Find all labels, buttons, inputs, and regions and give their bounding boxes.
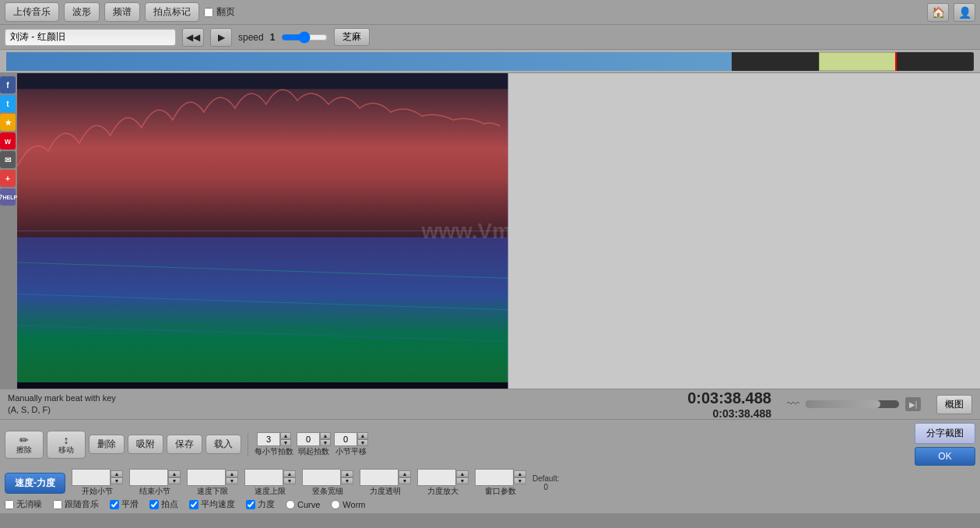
twitter-button[interactable]: t: [0, 95, 16, 112]
erase-tool-button[interactable]: ✏ 擦除: [5, 431, 44, 459]
curve-label: Curve: [297, 500, 320, 509]
svg-rect-2: [17, 238, 508, 382]
speed-min-down[interactable]: ▼: [226, 477, 238, 484]
worm-radio[interactable]: [331, 500, 340, 509]
beat-point-label: 拍点: [161, 498, 178, 510]
social-sidebar: f t ★ w ✉ + ?HELP: [0, 73, 17, 389]
force-checkbox[interactable]: [246, 500, 255, 509]
waveform-overview-inner[interactable]: [6, 52, 974, 71]
split-screenshot-button[interactable]: 分字截图: [915, 423, 975, 444]
adsorb-button[interactable]: 吸附: [128, 435, 163, 454]
speed-min-up[interactable]: ▲: [226, 470, 238, 477]
beat-per-bar-input[interactable]: [257, 432, 280, 446]
speed-max-up[interactable]: ▲: [283, 470, 296, 477]
window-down[interactable]: ▼: [514, 477, 526, 484]
opacity-down[interactable]: ▼: [399, 477, 411, 484]
opacity-arrows: ▲ ▼: [399, 470, 411, 484]
svg-rect-1: [17, 89, 508, 237]
bar-width-up[interactable]: ▲: [341, 470, 353, 477]
bar-offset-input[interactable]: [334, 432, 357, 446]
add-button[interactable]: +: [0, 170, 16, 187]
beat-per-bar-up[interactable]: ▲: [280, 432, 291, 439]
progress-bar[interactable]: [806, 400, 899, 408]
default-info: Default: 0: [532, 474, 559, 491]
home-icon-button[interactable]: 🏠: [927, 3, 949, 22]
start-bar-group: ▲ ▼ 开始小节: [72, 469, 123, 497]
weibo-button[interactable]: w: [0, 132, 16, 150]
user-icon-button[interactable]: 👤: [954, 3, 975, 22]
opacity-input[interactable]: [360, 469, 399, 486]
end-bar-down[interactable]: ▼: [168, 477, 181, 484]
start-bar-input[interactable]: [72, 469, 111, 486]
end-bar-input[interactable]: [129, 469, 168, 486]
start-beat-up[interactable]: ▲: [320, 432, 331, 439]
beat-per-bar-spinners: ▲ ▼: [280, 432, 291, 446]
bar-width-group: ▲ ▼ 竖条宽细: [302, 469, 353, 497]
help-button[interactable]: ?HELP: [0, 188, 16, 206]
preview-button[interactable]: 概图: [936, 395, 972, 414]
window-input[interactable]: [475, 469, 514, 486]
time-primary: 0:03:38.488: [687, 389, 771, 407]
opacity-up[interactable]: ▲: [399, 470, 411, 477]
speed-slider[interactable]: [281, 31, 328, 44]
speed-value: 1: [270, 32, 276, 43]
smooth-checkbox[interactable]: [110, 500, 119, 509]
zoom-up[interactable]: ▲: [456, 470, 469, 477]
start-beat-down[interactable]: ▼: [320, 439, 331, 446]
speed-force-button[interactable]: 速度-力度: [5, 473, 65, 494]
upload-music-button[interactable]: 上传音乐: [5, 2, 59, 22]
end-bar-up[interactable]: ▲: [168, 470, 181, 477]
bar-offset-down[interactable]: ▼: [357, 439, 368, 446]
start-beat-input[interactable]: [297, 432, 320, 446]
bar-width-input[interactable]: [302, 469, 341, 486]
bar-offset-label: 小节平移: [335, 446, 367, 457]
worm-item: Worm: [331, 500, 365, 509]
end-button[interactable]: ▶|: [905, 397, 921, 411]
facebook-button[interactable]: f: [0, 76, 16, 93]
ok-button[interactable]: OK: [915, 447, 975, 466]
start-bar-up[interactable]: ▲: [111, 470, 123, 477]
spectrum-button[interactable]: 频谱: [104, 2, 140, 22]
beat-per-bar-down[interactable]: ▼: [280, 439, 291, 446]
speed-max-down[interactable]: ▼: [283, 477, 296, 484]
save-button[interactable]: 保存: [167, 435, 202, 454]
mail-button[interactable]: ✉: [0, 151, 16, 168]
bar-width-down[interactable]: ▼: [341, 477, 353, 484]
no-silence-checkbox[interactable]: [5, 500, 14, 509]
default-value: 0: [532, 483, 559, 491]
bar-offset-spinners: ▲ ▼: [357, 432, 368, 446]
move-tool-button[interactable]: ↕ 移动: [47, 431, 86, 459]
fanye-checkbox[interactable]: [204, 8, 213, 17]
bottom-toolbar: ✏ 擦除 ↕ 移动 删除 吸附 保存 载入 ▲ ▼ 每小节拍数: [0, 420, 980, 513]
zoom-input[interactable]: [417, 469, 456, 486]
confirm-button[interactable]: 芝麻: [334, 28, 370, 46]
waveform-button[interactable]: 波形: [64, 2, 100, 22]
prev-button[interactable]: ◀◀: [182, 28, 204, 47]
speed-min-arrows: ▲ ▼: [226, 470, 238, 484]
star-button[interactable]: ★: [0, 114, 16, 131]
avg-speed-checkbox[interactable]: [189, 500, 198, 509]
speed-min-input[interactable]: [187, 469, 226, 486]
beat-point-checkbox[interactable]: [149, 500, 159, 509]
play-button[interactable]: ▶: [210, 28, 232, 47]
time-display: 0:03:38.488 0:03:38.488: [687, 389, 771, 421]
spectrogram-container[interactable]: www.Vmus.net: [17, 73, 980, 389]
window-up[interactable]: ▲: [514, 470, 526, 477]
beat-mark-button[interactable]: 拍点标记: [145, 2, 199, 22]
window-arrows: ▲ ▼: [514, 470, 526, 484]
follow-music-item: 跟随音乐: [53, 498, 99, 510]
zoom-down[interactable]: ▼: [456, 477, 469, 484]
avg-speed-item: 平均速度: [189, 498, 235, 510]
follow-music-label: 跟随音乐: [65, 498, 99, 510]
follow-music-checkbox[interactable]: [53, 500, 62, 509]
end-bar-arrows: ▲ ▼: [168, 470, 181, 484]
start-bar-down[interactable]: ▼: [111, 477, 123, 484]
load-button[interactable]: 载入: [205, 435, 241, 454]
delete-button[interactable]: 删除: [89, 435, 125, 454]
bar-offset-up[interactable]: ▲: [357, 432, 368, 439]
curve-radio[interactable]: [286, 500, 295, 509]
speed-label: speed: [238, 32, 264, 43]
song-title-input[interactable]: [5, 29, 176, 46]
speed-max-input[interactable]: [244, 469, 283, 486]
playback-controls: 〰 ▶|: [787, 397, 921, 411]
